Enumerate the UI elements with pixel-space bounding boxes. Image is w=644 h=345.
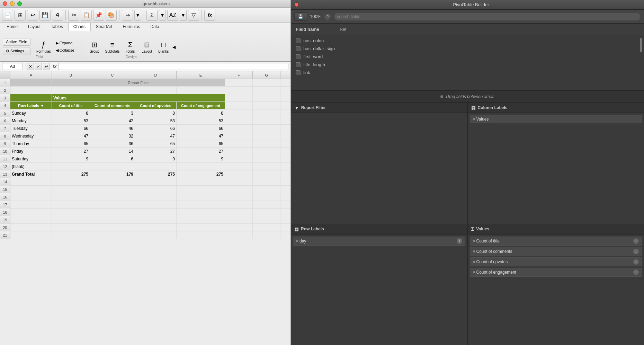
new-icon[interactable]: 📄	[2, 10, 13, 21]
cell-grandtotal-engagement[interactable]: 275	[177, 170, 225, 178]
cell-grandtotal-upvotes[interactable]: 275	[135, 170, 177, 178]
cell-sunday-label[interactable]: Sunday	[10, 109, 52, 117]
cell-monday-comments[interactable]: 42	[90, 117, 135, 124]
cell-a3[interactable]	[10, 94, 52, 101]
cell-saturday-comments[interactable]: 6	[90, 155, 135, 162]
cell-thursday-comments[interactable]: 36	[90, 140, 135, 147]
cell-f10[interactable]	[225, 148, 253, 155]
cell-friday-comments[interactable]: 14	[90, 148, 135, 155]
cell-sunday-comments[interactable]: 3	[90, 109, 135, 117]
cell-monday-label[interactable]: Monday	[10, 117, 52, 124]
cell-f4[interactable]	[225, 102, 253, 109]
cell-f5[interactable]	[225, 109, 253, 117]
cell-wednesday-title[interactable]: 47	[52, 132, 90, 140]
blanks-button[interactable]: □ Blanks	[156, 39, 171, 55]
pb-count-engagement-info-btn[interactable]: ℹ	[633, 269, 639, 275]
cell-tuesday-label[interactable]: Tuesday	[10, 125, 52, 132]
layout-button[interactable]: ⊟ Layout	[139, 39, 154, 55]
tab-home[interactable]: Home	[1, 23, 23, 31]
cell-f11[interactable]	[225, 155, 253, 162]
close-button[interactable]	[3, 1, 7, 6]
pb-search-input[interactable]	[334, 12, 641, 21]
pb-count-upvotes-info-btn[interactable]: ℹ	[633, 259, 639, 265]
list-item[interactable]: link	[291, 69, 644, 77]
undo-icon[interactable]: ↩	[27, 10, 38, 21]
maximize-button[interactable]	[17, 1, 22, 6]
undo-formula-btn[interactable]: ↩	[43, 63, 50, 70]
fx-icon[interactable]: fx	[204, 10, 215, 21]
format-icon[interactable]: 🎨	[106, 10, 117, 21]
cell-wednesday-upvotes[interactable]: 47	[135, 132, 177, 140]
cell-sunday-upvotes[interactable]: 8	[135, 109, 177, 117]
cell-tuesday-upvotes[interactable]: 66	[135, 125, 177, 132]
expand-button[interactable]: ▶ Expand	[54, 40, 76, 46]
cell-friday-engagement[interactable]: 27	[177, 148, 225, 155]
cell-g7[interactable]	[253, 125, 280, 132]
cell-b2[interactable]	[52, 87, 90, 94]
pb-checkbox-title-length[interactable]	[296, 62, 301, 67]
list-item[interactable]: Count of upvotes ℹ	[470, 257, 642, 266]
list-item[interactable]: has_dollar_sign	[291, 45, 644, 53]
cell-f3[interactable]	[225, 94, 253, 101]
pb-checkbox-first-word[interactable]	[296, 54, 301, 59]
settings-button[interactable]: ⚙ Settings	[3, 47, 30, 55]
print-icon[interactable]: 🖨	[52, 10, 63, 21]
subtotals-button[interactable]: ≡ Subtotals	[104, 39, 122, 55]
group-button[interactable]: ⊞ Group	[87, 39, 102, 55]
cell-blank-comments[interactable]	[90, 163, 135, 170]
cell-g3[interactable]	[253, 94, 280, 101]
cell-wednesday-label[interactable]: Wednesday	[10, 132, 52, 140]
active-field-input[interactable]: Active Field	[3, 38, 30, 46]
cell-g5[interactable]	[253, 109, 280, 117]
cell-g13[interactable]	[253, 170, 280, 178]
cell-g4[interactable]	[253, 102, 280, 109]
cell-g2[interactable]	[253, 87, 280, 94]
tab-charts[interactable]: Charts	[68, 23, 91, 31]
cell-a1[interactable]	[10, 79, 52, 86]
cell-f6[interactable]	[225, 117, 253, 124]
tab-layout[interactable]: Layout	[23, 23, 46, 31]
cell-g1[interactable]	[253, 79, 280, 86]
cell-g8[interactable]	[253, 132, 280, 140]
pb-scrollbar[interactable]	[640, 38, 642, 52]
cell-g12[interactable]	[253, 163, 280, 170]
cell-reference[interactable]: A3	[2, 63, 23, 70]
pb-day-info-btn[interactable]: ℹ	[457, 238, 462, 244]
cell-monday-upvotes[interactable]: 53	[135, 117, 177, 124]
list-item[interactable]: first_word	[291, 53, 644, 61]
cell-c2[interactable]	[90, 87, 135, 94]
paste-icon[interactable]: 📌	[93, 10, 104, 21]
pb-checkbox-has-dollar-sign[interactable]	[296, 46, 301, 51]
cell-d2[interactable]	[135, 87, 177, 94]
list-item[interactable]: title_length	[291, 61, 644, 69]
pb-area-body-row-labels[interactable]: day ℹ	[291, 235, 467, 345]
cell-blank-title[interactable]	[52, 163, 90, 170]
cell-grandtotal-label[interactable]: Grand Total	[10, 170, 52, 178]
filter-icon[interactable]: ▽	[188, 10, 199, 21]
cell-g10[interactable]	[253, 148, 280, 155]
cell-sunday-engagement[interactable]: 8	[177, 109, 225, 117]
copy-icon[interactable]: 📋	[81, 10, 92, 21]
redo-dropdown[interactable]: ▾	[134, 10, 141, 21]
cell-blank-label[interactable]: (blank)	[10, 163, 52, 170]
sort-icon[interactable]: AZ	[167, 10, 178, 21]
cell-f13[interactable]	[225, 170, 253, 178]
nav-arrow[interactable]: ◀	[172, 45, 176, 50]
cell-thursday-engagement[interactable]: 65	[177, 140, 225, 147]
list-item[interactable]: day ℹ	[293, 237, 465, 246]
tab-data[interactable]: Data	[145, 23, 164, 31]
tab-formulas[interactable]: Formulas	[117, 23, 145, 31]
formulas-button[interactable]: ƒ Formulas	[35, 38, 53, 55]
cell-blank-engagement[interactable]	[177, 163, 225, 170]
list-item[interactable]: nas_colon	[291, 37, 644, 45]
cell-tuesday-title[interactable]: 66	[52, 125, 90, 132]
pb-close-button[interactable]	[294, 2, 299, 7]
cell-g9[interactable]	[253, 140, 280, 147]
cut-icon[interactable]: ✂	[68, 10, 79, 21]
cell-f7[interactable]	[225, 125, 253, 132]
pb-checkbox-link[interactable]	[296, 70, 301, 75]
cell-blank-upvotes[interactable]	[135, 163, 177, 170]
cell-wednesday-engagement[interactable]: 47	[177, 132, 225, 140]
cell-g11[interactable]	[253, 155, 280, 162]
tab-smartart[interactable]: SmartArt	[91, 23, 117, 31]
